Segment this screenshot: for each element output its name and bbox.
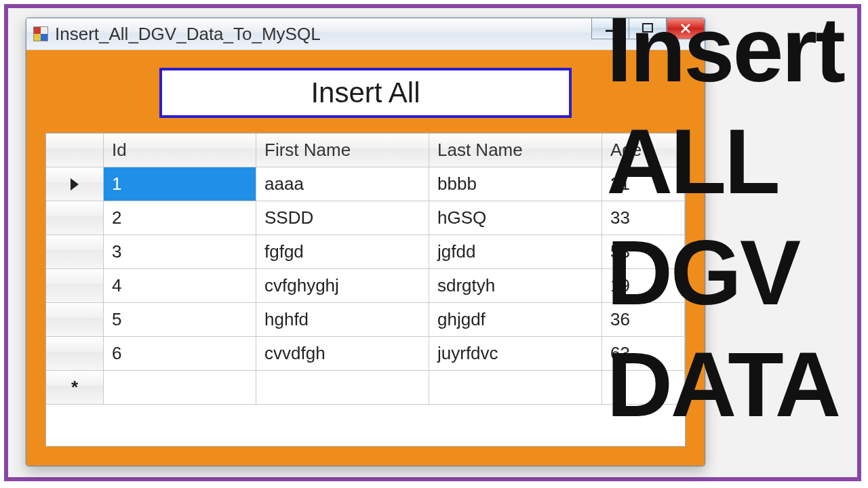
cell-age[interactable]: 36 [602, 303, 685, 337]
cell-age[interactable]: 53 [602, 235, 685, 269]
window-title: Insert_All_DGV_Data_To_MySQL [55, 24, 321, 45]
cell-age[interactable]: 19 [602, 269, 685, 303]
client-area: Insert All Id First Name Last Name Age 1… [26, 50, 705, 466]
cell-last_name[interactable]: jgfdd [429, 235, 602, 269]
grid-header-row: Id First Name Last Name Age [46, 134, 685, 167]
cell-age[interactable]: 33 [602, 201, 685, 235]
minimize-button[interactable] [591, 18, 629, 39]
cell-age[interactable]: 21 [602, 167, 685, 201]
cell-age[interactable]: 63 [602, 337, 685, 371]
app-window: Insert_All_DGV_Data_To_MySQL Insert All [26, 18, 705, 466]
col-header-id[interactable]: Id [104, 134, 256, 167]
new-cell-fn[interactable] [256, 371, 429, 405]
row-header[interactable] [46, 167, 104, 201]
cell-id[interactable]: 2 [104, 201, 256, 235]
cell-id[interactable]: 3 [104, 235, 256, 269]
current-row-icon [71, 178, 79, 190]
col-header-age[interactable]: Age [602, 134, 685, 167]
cell-id[interactable]: 5 [104, 303, 256, 337]
row-header[interactable] [46, 269, 104, 303]
svg-rect-0 [606, 30, 615, 32]
cell-id[interactable]: 1 [104, 167, 256, 201]
table-row[interactable]: 1aaaabbbb21 [46, 167, 685, 201]
new-row[interactable]: * [46, 371, 685, 405]
row-header[interactable] [46, 337, 104, 371]
cell-last_name[interactable]: bbbb [429, 167, 602, 201]
col-header-last-name[interactable]: Last Name [429, 134, 602, 167]
table-row[interactable]: 2SSDDhGSQ33 [46, 201, 685, 235]
grid-corner[interactable] [46, 134, 104, 167]
new-row-indicator: * [46, 371, 104, 405]
maximize-icon [642, 22, 654, 35]
close-icon [679, 22, 692, 35]
cell-last_name[interactable]: ghjgdf [429, 303, 602, 337]
app-icon [33, 26, 48, 41]
cell-first_name[interactable]: aaaa [256, 167, 429, 201]
cell-first_name[interactable]: fgfgd [256, 235, 429, 269]
cell-first_name[interactable]: SSDD [256, 201, 429, 235]
col-header-first-name[interactable]: First Name [256, 134, 429, 167]
table-row[interactable]: 4cvfghyghjsdrgtyh19 [46, 269, 685, 303]
datagridview[interactable]: Id First Name Last Name Age 1aaaabbbb212… [45, 133, 686, 447]
table-row[interactable]: 6cvvdfghjuyrfdvc63 [46, 337, 685, 371]
minimize-icon [604, 22, 616, 35]
cell-last_name[interactable]: juyrfdvc [429, 337, 602, 371]
cell-id[interactable]: 4 [104, 269, 256, 303]
outer-frame: Insert_All_DGV_Data_To_MySQL Insert All [4, 4, 861, 481]
cell-first_name[interactable]: hghfd [256, 303, 429, 337]
cell-first_name[interactable]: cvfghyghj [256, 269, 429, 303]
cell-last_name[interactable]: hGSQ [429, 201, 602, 235]
svg-rect-1 [643, 24, 652, 32]
row-header[interactable] [46, 235, 104, 269]
close-button[interactable] [667, 18, 705, 39]
new-cell-id[interactable] [104, 371, 256, 405]
new-cell-age[interactable] [602, 371, 685, 405]
cell-last_name[interactable]: sdrgtyh [429, 269, 602, 303]
insert-all-button[interactable]: Insert All [159, 68, 572, 118]
cell-first_name[interactable]: cvvdfgh [256, 337, 429, 371]
titlebar[interactable]: Insert_All_DGV_Data_To_MySQL [26, 18, 705, 50]
new-cell-ln[interactable] [429, 371, 602, 405]
table-row[interactable]: 5hghfdghjgdf36 [46, 303, 685, 337]
row-header[interactable] [46, 303, 104, 337]
cell-id[interactable]: 6 [104, 337, 256, 371]
table-row[interactable]: 3fgfgdjgfdd53 [46, 235, 685, 269]
maximize-button[interactable] [629, 18, 667, 39]
row-header[interactable] [46, 201, 104, 235]
